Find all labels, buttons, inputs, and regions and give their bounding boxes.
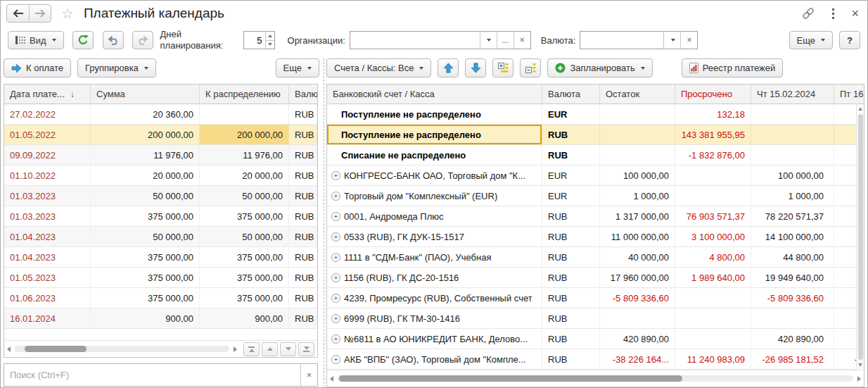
expand-icon[interactable]: + xyxy=(331,253,340,262)
more-button[interactable]: Еще xyxy=(789,31,833,49)
day1-cell[interactable] xyxy=(751,125,834,144)
payment-date-cell[interactable]: 01.06.2023 xyxy=(4,288,91,308)
currency-cell[interactable]: RUB xyxy=(542,125,600,144)
currency-cell[interactable]: EUR xyxy=(542,186,600,206)
day1-cell[interactable]: 1 000,00 xyxy=(751,186,834,206)
organizations-clear-button[interactable]: × xyxy=(513,32,530,49)
organizations-input[interactable] xyxy=(350,32,480,49)
day1-cell[interactable]: -26 985 181,52 xyxy=(751,349,834,369)
account-name-cell[interactable]: Списание не распределено xyxy=(327,145,542,165)
currency-dropdown-button[interactable] xyxy=(663,32,680,49)
account-name-cell[interactable]: +Торговый дом "Комплексный" (EUR) xyxy=(327,186,542,206)
payment-date-cell[interactable]: 01.04.2023 xyxy=(4,227,91,246)
payment-date-cell[interactable]: 01.10.2022 xyxy=(4,165,91,185)
column-header-day2[interactable]: Пт 16. xyxy=(834,85,864,104)
refresh-button[interactable] xyxy=(72,31,94,49)
payment-row[interactable]: 01.04.2023375 000,00375 000,00RUB xyxy=(4,247,317,268)
expand-icon[interactable]: + xyxy=(331,334,340,344)
undo-button[interactable] xyxy=(103,31,124,49)
account-row[interactable]: +6999 (RUB), ГК ТМ-30-1416RUB xyxy=(327,308,864,329)
balance-cell[interactable]: 100 000,00 xyxy=(600,165,675,185)
currency-cell[interactable]: RUB xyxy=(542,329,600,349)
collapse-all-button[interactable] xyxy=(520,58,541,77)
account-name-cell[interactable]: +0533 (RUB), ГК ДУК-15-1517 xyxy=(327,227,542,246)
overdue-cell[interactable] xyxy=(675,329,751,349)
payment-sum-cell[interactable]: 375 000,00 xyxy=(91,268,200,287)
payment-distribution-cell[interactable]: 11 976,00 xyxy=(200,145,289,165)
payment-row[interactable]: 01.03.2023375 000,00375 000,00RUB xyxy=(4,206,317,227)
move-up-button[interactable] xyxy=(438,58,459,77)
day1-cell[interactable]: 100 000,00 xyxy=(751,165,834,185)
balance-cell[interactable]: 1 317 000,00 xyxy=(600,206,675,226)
payment-sum-cell[interactable]: 20 360,00 xyxy=(91,104,200,124)
scroll-up-icon[interactable] xyxy=(858,107,862,111)
day1-cell[interactable]: 44 800,00 xyxy=(751,247,834,267)
help-button[interactable]: ? xyxy=(839,31,860,49)
overdue-cell[interactable] xyxy=(675,308,751,328)
overdue-cell[interactable] xyxy=(675,288,751,308)
day1-cell[interactable] xyxy=(751,145,834,165)
expand-icon[interactable]: + xyxy=(331,232,340,242)
account-name-cell[interactable]: +КОНГРЕСС-БАНК ОАО, Торговый дом "К... xyxy=(327,165,542,185)
payment-sum-cell[interactable]: 50 000,00 xyxy=(91,227,200,246)
balance-cell[interactable]: 17 960 000,00 xyxy=(600,268,675,287)
currency-cell[interactable]: RUB xyxy=(542,145,600,165)
payment-registry-button[interactable]: Реестр платежей xyxy=(682,58,784,77)
go-first-button[interactable] xyxy=(243,342,260,356)
payment-date-cell[interactable]: 01.03.2023 xyxy=(4,186,91,206)
currency-cell[interactable]: EUR xyxy=(542,165,600,185)
to-pay-button[interactable]: К оплате xyxy=(4,58,71,77)
payment-distribution-cell[interactable]: 200 000,00 xyxy=(200,125,289,144)
payment-currency-cell[interactable]: RUB xyxy=(289,145,317,165)
account-row[interactable]: +Торговый дом "Комплексный" (EUR)EUR1 00… xyxy=(327,186,864,206)
scrollbar-track[interactable] xyxy=(338,375,853,382)
scroll-right-icon[interactable] xyxy=(234,346,237,352)
currency-clear-button[interactable]: × xyxy=(680,32,697,49)
schedule-button[interactable]: Запланировать xyxy=(547,58,652,77)
accounts-h-scrollbar[interactable] xyxy=(330,375,861,382)
account-name-cell[interactable]: +1156 (RUB), ГК ДС-20-1516 xyxy=(327,268,542,287)
payment-row[interactable]: 01.05.2023375 000,00375 000,00RUB xyxy=(4,268,317,288)
payment-row[interactable]: 01.03.202350 000,0050 000,00RUB xyxy=(4,186,317,206)
move-down-button[interactable] xyxy=(465,58,486,77)
account-row[interactable]: +1111 в "СДМ-Банк" (ПАО), УчебнаяRUB40 0… xyxy=(327,247,864,268)
account-name-cell[interactable]: Поступление не распределено xyxy=(327,104,542,124)
forward-button[interactable] xyxy=(29,5,51,22)
column-header-currency[interactable]: Валюта xyxy=(542,85,600,104)
overdue-cell[interactable]: 4 800,00 xyxy=(675,247,751,267)
payment-sum-cell[interactable]: 20 000,00 xyxy=(91,165,200,185)
currency-cell[interactable]: RUB xyxy=(542,288,600,308)
currency-cell[interactable]: RUB xyxy=(542,349,600,369)
currency-cell[interactable]: RUB xyxy=(542,247,600,267)
accounts-v-scrollbar[interactable] xyxy=(856,104,864,370)
overdue-cell[interactable]: 11 240 983,09 xyxy=(675,349,751,369)
balance-cell[interactable]: 40 000,00 xyxy=(600,247,675,267)
account-name-cell[interactable]: +6999 (RUB), ГК ТМ-30-1416 xyxy=(327,308,542,328)
scroll-left-icon[interactable] xyxy=(330,376,333,382)
balance-cell[interactable] xyxy=(600,125,675,144)
account-name-cell[interactable]: +4239, Промресурс (RUB), Собственный сче… xyxy=(327,288,542,308)
balance-cell[interactable] xyxy=(600,145,675,165)
day1-cell[interactable]: 14 100 000,00 xyxy=(751,227,834,246)
payment-currency-cell[interactable]: RUB xyxy=(289,165,317,185)
scrollbar-track[interactable] xyxy=(15,346,229,352)
balance-cell[interactable]: -38 226 164... xyxy=(600,349,675,369)
column-header-sum[interactable]: Сумма xyxy=(91,85,200,104)
payment-currency-cell[interactable]: RUB xyxy=(289,308,317,328)
currency-input[interactable] xyxy=(580,32,663,49)
favorite-star-icon[interactable]: ☆ xyxy=(61,6,74,20)
day1-cell[interactable] xyxy=(751,308,834,328)
payment-sum-cell[interactable]: 50 000,00 xyxy=(91,186,200,206)
payment-date-cell[interactable]: 16.01.2024 xyxy=(4,308,91,328)
balance-cell[interactable]: 1 000,00 xyxy=(600,186,675,206)
account-row[interactable]: +0001, Андромеда ПлюсRUB1 317 000,0076 9… xyxy=(327,206,864,227)
balance-cell[interactable] xyxy=(600,308,675,328)
balance-cell[interactable]: 420 890,00 xyxy=(600,329,675,349)
payment-currency-cell[interactable]: RUB xyxy=(289,268,317,287)
grouping-button[interactable]: Группировка xyxy=(77,58,156,77)
payment-sum-cell[interactable]: 11 976,00 xyxy=(91,145,200,165)
go-prev-button[interactable] xyxy=(262,342,278,356)
payment-currency-cell[interactable]: RUB xyxy=(289,247,317,267)
expand-icon[interactable]: + xyxy=(331,273,340,282)
scroll-down-icon[interactable] xyxy=(858,363,862,367)
